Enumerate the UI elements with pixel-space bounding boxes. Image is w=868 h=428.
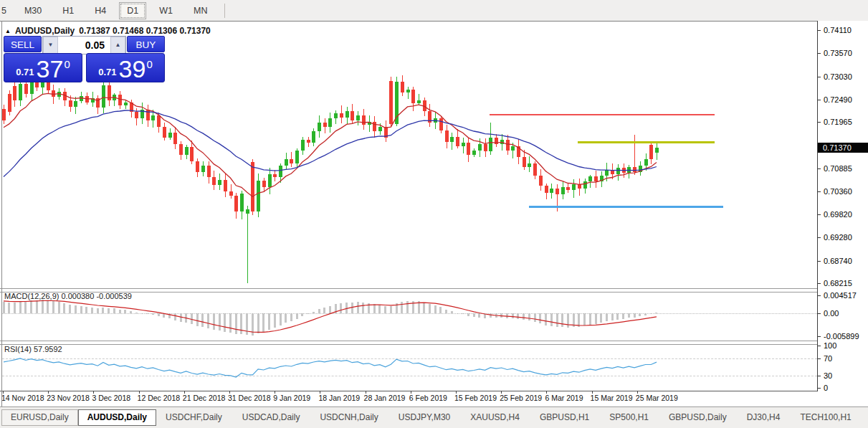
support-line-blue[interactable]: [529, 206, 723, 208]
volume-control: ▼ ▲: [42, 36, 126, 54]
date-tick: [637, 391, 638, 394]
chart-tab-bar: EURUSD,DailyAUDUSD,DailyUSDCHF,DailyUSDC…: [0, 407, 868, 428]
date-tick: [48, 391, 49, 394]
one-click-trading-widget: SELL ▼ ▲ BUY 0.71370 0.71390: [4, 36, 165, 82]
volume-input[interactable]: [58, 37, 110, 54]
chart-tab-usdjpy-m30[interactable]: USDJPY,M30: [389, 409, 459, 426]
price-axis-label: 0.69280: [824, 233, 852, 242]
price-scale[interactable]: 0.741100.735700.730300.724900.719650.714…: [817, 21, 868, 391]
chart-tab-gbpusd-h1[interactable]: GBPUSD,H1: [530, 409, 598, 426]
date-tick: [366, 391, 366, 394]
buy-price-pip-digit: 0: [146, 59, 152, 70]
sell-price-big-digits: 37: [37, 58, 64, 80]
date-tick: [3, 391, 4, 394]
price-macd-splitter[interactable]: [0, 288, 868, 293]
toolbar-separator: [224, 4, 225, 18]
macd-axis-label-tick: [818, 313, 821, 314]
price-axis-label: 0.72490: [824, 95, 852, 104]
date-label: 6 Mar 2019: [545, 394, 583, 402]
price-axis-label-tick: [818, 214, 821, 215]
price-axis-label: 0.71965: [824, 118, 852, 126]
date-label: 9 Jan 2019: [273, 394, 310, 402]
price-axis-label: 0.70360: [824, 187, 852, 196]
timeframe-button-W1[interactable]: W1: [151, 2, 181, 19]
resistance-line-yellow[interactable]: [578, 141, 715, 143]
ohlc-values: 0.71387 0.71468 0.71306 0.71370: [79, 26, 211, 36]
chart-tab-audusd-daily[interactable]: AUDUSD,Daily: [78, 409, 156, 426]
rsi-axis-label: 30: [824, 371, 832, 380]
timeframe-button-MN[interactable]: MN: [186, 2, 215, 19]
rsi-pane[interactable]: [2, 343, 817, 391]
date-label: 12 Dec 2018: [138, 394, 181, 402]
date-label: 28 Jan 2019: [364, 394, 406, 402]
date-label: 15 Feb 2019: [454, 394, 497, 402]
date-label: 15 Mar 2019: [591, 394, 633, 402]
macd-axis-label-tick: [818, 295, 821, 296]
chart-title: ▲ AUDUSD,Daily 0.71387 0.71468 0.71306 0…: [5, 26, 211, 36]
price-axis-label-tick: [818, 30, 821, 31]
sell-price-panel[interactable]: 0.71370: [4, 53, 82, 82]
price-axis-label-tick: [818, 191, 821, 192]
macd-axis-label: -0.005899: [824, 332, 859, 341]
date-tick: [592, 391, 593, 394]
date-label: 23 Nov 2018: [47, 394, 90, 402]
window-left-border: [1, 21, 2, 406]
timeframe-button-H4[interactable]: H4: [87, 2, 114, 19]
timeframe-button-M30[interactable]: M30: [16, 2, 49, 19]
chart-tab-ukc[interactable]: UKC: [862, 409, 868, 426]
rsi-level-70: [2, 358, 817, 359]
resistance-line-red[interactable]: [490, 114, 715, 115]
price-axis-label-tick: [818, 283, 821, 284]
volume-increase-button[interactable]: ▲: [110, 37, 125, 54]
date-label: 18 Jan 2019: [318, 394, 360, 402]
price-axis-label: 0.70885: [824, 164, 852, 173]
chart-tab-usdcnh-daily[interactable]: USDCNH,Daily: [310, 409, 387, 426]
macd-rsi-splitter[interactable]: [0, 341, 868, 345]
price-axis-label: 0.73570: [824, 49, 852, 57]
rsi-indicator-label: RSI(14) 57.9592: [4, 345, 62, 353]
price-axis-label-tick: [818, 100, 821, 100]
price-axis-label-tick: [818, 77, 821, 77]
chart-tab-xauusd-h4[interactable]: XAUUSD,H4: [461, 409, 529, 426]
sell-button[interactable]: SELL: [4, 36, 42, 52]
date-axis-bottom-border: [0, 406, 868, 407]
macd-axis-label: 0.00: [824, 309, 839, 318]
collapse-triangle-icon[interactable]: ▲: [5, 28, 11, 34]
date-label: 25 Mar 2019: [636, 394, 678, 402]
buy-price-panel[interactable]: 0.71390: [86, 53, 165, 82]
timeframe-toolbar: 5M30H1H4D1W1MN: [0, 0, 868, 22]
volume-decrease-button[interactable]: ▼: [43, 37, 58, 54]
rsi-axis-label-tick: [818, 376, 821, 376]
date-tick: [320, 391, 320, 394]
date-label: 6 Feb 2019: [409, 394, 447, 402]
chart-tab-tech100-h1[interactable]: TECH100,H1: [791, 409, 860, 426]
chart-tab-dj30-h4[interactable]: DJ30,H4: [738, 409, 790, 426]
timeframe-button-D1[interactable]: D1: [119, 2, 146, 19]
mt4-terminal: 5M30H1H4D1W1MN ▲ AUDUSD,Daily 0.71387 0.…: [0, 0, 868, 428]
chart-tab-sp500-h1[interactable]: SP500,H1: [600, 409, 658, 426]
rsi-level-30: [2, 376, 817, 376]
date-label: 14 Nov 2018: [1, 394, 44, 402]
timeframe-button-5[interactable]: 5: [0, 2, 10, 19]
macd-axis-label-tick: [818, 336, 821, 337]
price-axis-label-tick: [818, 237, 821, 238]
date-tick: [456, 391, 457, 394]
rsi-axis-label: 0: [824, 384, 828, 392]
date-tick: [501, 391, 502, 394]
timeframe-button-H1[interactable]: H1: [54, 2, 82, 19]
date-tick: [184, 391, 185, 394]
buy-button[interactable]: BUY: [127, 36, 165, 52]
price-axis-label-tick: [818, 261, 821, 262]
sell-price-pip-digit: 0: [64, 59, 70, 70]
date-label: 21 Dec 2018: [183, 394, 226, 402]
date-tick: [411, 391, 411, 394]
date-tick: [93, 391, 94, 394]
price-axis-label: 0.68740: [824, 257, 852, 265]
rsi-axis-label-tick: [818, 346, 821, 346]
chart-tab-usdcad-daily[interactable]: USDCAD,Daily: [233, 409, 310, 426]
price-axis-label: 0.74110: [824, 26, 852, 34]
chart-tab-gbpusd-daily[interactable]: GBPUSD,Daily: [659, 409, 736, 426]
chart-tab-eurusd-daily[interactable]: EURUSD,Daily: [1, 409, 78, 426]
chart-tab-usdchf-daily[interactable]: USDCHF,Daily: [156, 409, 232, 426]
rsi-axis-label: 100: [824, 341, 836, 350]
